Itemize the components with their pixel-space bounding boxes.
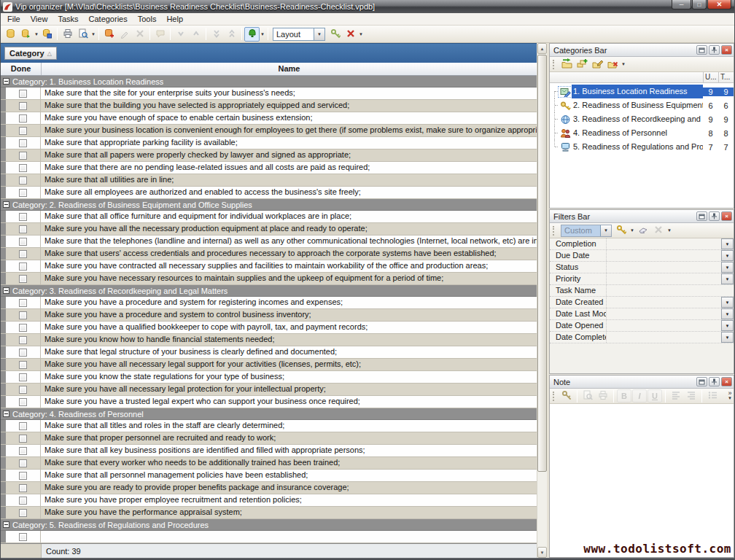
task-checkbox[interactable] bbox=[19, 90, 27, 98]
filter-value-field[interactable] bbox=[607, 320, 721, 331]
scroll-up-icon[interactable]: ▲ bbox=[537, 43, 547, 54]
save-layout-button[interactable] bbox=[327, 27, 343, 42]
task-checkbox[interactable] bbox=[19, 176, 27, 184]
task-name[interactable]: Make sure that all key business position… bbox=[41, 445, 537, 456]
task-row[interactable]: Make sure you have contracted all necess… bbox=[1, 260, 537, 273]
task-name[interactable]: Make sure that users' access credentials… bbox=[41, 248, 537, 260]
task-row[interactable]: Make sure you are ready to provide prope… bbox=[1, 482, 537, 494]
task-row[interactable]: Make sure that all personnel management … bbox=[1, 470, 537, 482]
note-close-button[interactable]: × bbox=[721, 377, 732, 386]
task-row[interactable]: Make sure you have all the necessary pro… bbox=[1, 223, 537, 236]
task-row[interactable]: Make sure that legal structure of your b… bbox=[1, 346, 537, 359]
task-name[interactable]: Make sure that all office furniture and … bbox=[41, 211, 537, 222]
task-checkbox[interactable] bbox=[19, 533, 27, 541]
column-header-total[interactable]: T... bbox=[718, 72, 734, 82]
task-row[interactable]: Make sure you have a procedure and syste… bbox=[1, 297, 537, 309]
task-checkbox[interactable] bbox=[19, 213, 27, 221]
task-checkbox[interactable] bbox=[19, 373, 27, 381]
task-row[interactable]: Make sure all employees are authorized a… bbox=[1, 187, 537, 199]
task-name[interactable]: Make sure you have a procedure and syste… bbox=[41, 297, 537, 308]
task-row[interactable]: Make sure your business location is conv… bbox=[1, 125, 537, 137]
note-editor[interactable]: www.todolistsoft.com bbox=[550, 404, 734, 557]
collapse-icon[interactable] bbox=[3, 78, 9, 85]
toolbar-overflow-icon[interactable]: »▼ bbox=[728, 391, 732, 401]
apply-filter-button[interactable] bbox=[614, 224, 629, 237]
print-button[interactable] bbox=[60, 27, 75, 42]
task-row[interactable]: Make sure that users' access credentials… bbox=[1, 248, 537, 260]
task-row[interactable]: Make sure you have a trusted legal exper… bbox=[1, 396, 537, 408]
task-row[interactable]: Make sure you have enough of space to en… bbox=[1, 112, 537, 125]
task-checkbox[interactable] bbox=[19, 262, 27, 271]
edit-note-button[interactable] bbox=[559, 389, 574, 402]
new-database-button[interactable] bbox=[3, 27, 18, 42]
category-item[interactable]: 1. Business Location Readiness99 bbox=[550, 85, 734, 98]
task-name[interactable]: Make sure you have a trusted legal exper… bbox=[41, 396, 537, 408]
task-checkbox[interactable] bbox=[19, 189, 27, 197]
collapse-icon[interactable] bbox=[3, 521, 9, 528]
task-row[interactable]: Make sure that all utilities are in line… bbox=[1, 174, 537, 187]
filters-bar-maximize-button[interactable] bbox=[696, 211, 707, 221]
scrollbar-thumb[interactable] bbox=[537, 55, 547, 472]
task-checkbox[interactable] bbox=[19, 164, 27, 172]
dropdown-arrow-icon[interactable]: ▼ bbox=[629, 228, 635, 233]
task-row[interactable]: Make sure you have necessary resources t… bbox=[1, 273, 537, 285]
task-name[interactable]: Make sure all employees are authorized a… bbox=[41, 187, 537, 198]
task-checkbox[interactable] bbox=[19, 459, 27, 467]
task-checkbox[interactable] bbox=[19, 324, 27, 332]
task-name[interactable]: Make sure you have contracted all necess… bbox=[41, 260, 537, 272]
task-checkbox[interactable] bbox=[19, 127, 27, 135]
group-by-category-button[interactable]: Category △ bbox=[4, 47, 57, 60]
task-checkbox[interactable] bbox=[19, 152, 27, 160]
filter-dropdown-button[interactable]: ▼ bbox=[721, 297, 734, 308]
collapse-icon[interactable] bbox=[3, 201, 9, 208]
task-name[interactable]: Make sure that all personnel management … bbox=[41, 470, 537, 481]
task-row[interactable]: Make sure that all key business position… bbox=[1, 445, 537, 457]
task-row[interactable]: Make sure that there are no pending leas… bbox=[1, 162, 537, 174]
task-name[interactable]: Make sure that all utilities are in line… bbox=[41, 174, 537, 186]
filter-dropdown-button[interactable]: ▼ bbox=[721, 262, 734, 273]
new-task-button[interactable] bbox=[101, 27, 117, 42]
collapse-icon[interactable] bbox=[3, 287, 9, 294]
menu-categories[interactable]: Categories bbox=[84, 14, 133, 24]
task-checkbox[interactable] bbox=[19, 435, 27, 443]
task-checkbox[interactable] bbox=[19, 238, 27, 246]
task-name[interactable]: Make sure that all titles and roles in t… bbox=[41, 420, 537, 432]
print-preview-button[interactable] bbox=[75, 27, 90, 42]
filter-dropdown-button[interactable]: ▼ bbox=[721, 332, 734, 343]
task-name[interactable]: Make sure that all papers were properly … bbox=[41, 149, 537, 161]
task-name[interactable]: Make sure you have all necessary legal p… bbox=[41, 384, 537, 395]
task-name[interactable]: Make sure that the telephones (landline … bbox=[41, 236, 537, 247]
task-row[interactable]: Make sure you have a procedure and syste… bbox=[1, 309, 537, 322]
note-pin-button[interactable] bbox=[709, 377, 720, 386]
column-header-done[interactable]: Done bbox=[1, 63, 42, 75]
delete-category-button[interactable] bbox=[605, 58, 620, 71]
task-row[interactable]: Make sure that all papers were properly … bbox=[1, 149, 537, 162]
task-checkbox[interactable] bbox=[19, 102, 27, 110]
category-item[interactable]: 3. Readiness of Recordkeeping and Legal … bbox=[550, 112, 734, 126]
group-header[interactable]: Category: 2. Readiness of Business Equip… bbox=[1, 199, 537, 211]
menu-file[interactable]: File bbox=[2, 14, 26, 24]
task-checkbox[interactable] bbox=[19, 225, 27, 233]
note-maximize-button[interactable] bbox=[696, 377, 707, 386]
task-row[interactable]: Make sure that appropriate parking facil… bbox=[1, 137, 537, 149]
group-header[interactable]: Category: 3. Readiness of Recordkeeping … bbox=[1, 285, 537, 297]
task-checkbox[interactable] bbox=[19, 509, 27, 517]
task-name[interactable]: Make sure you have a procedure and syste… bbox=[41, 309, 537, 321]
column-header-undone[interactable]: U... bbox=[703, 72, 718, 82]
task-name[interactable]: Make sure you have proper employee recru… bbox=[41, 494, 537, 506]
task-checkbox[interactable] bbox=[19, 275, 27, 283]
task-name[interactable]: Make sure you have a qualified bookkeepe… bbox=[41, 322, 537, 333]
filter-value-field[interactable] bbox=[607, 285, 734, 296]
grid-scrollbar[interactable]: ▲ ▼ bbox=[537, 43, 547, 558]
column-header-name[interactable]: Name bbox=[42, 63, 537, 75]
filter-value-field[interactable] bbox=[607, 297, 721, 308]
task-checkbox[interactable] bbox=[19, 361, 27, 369]
filters-bar-pin-button[interactable] bbox=[709, 211, 720, 221]
new-category-button[interactable] bbox=[559, 58, 574, 71]
task-row[interactable]: Make sure that proper personnel are recr… bbox=[1, 432, 537, 445]
task-name[interactable]: Make sure you know the state regulations… bbox=[41, 371, 537, 383]
task-checkbox[interactable] bbox=[19, 114, 27, 122]
task-checkbox[interactable] bbox=[19, 447, 27, 455]
task-row[interactable]: Make sure that all office furniture and … bbox=[1, 211, 537, 223]
group-header[interactable]: Category: 5. Readiness of Regulations an… bbox=[1, 519, 537, 531]
